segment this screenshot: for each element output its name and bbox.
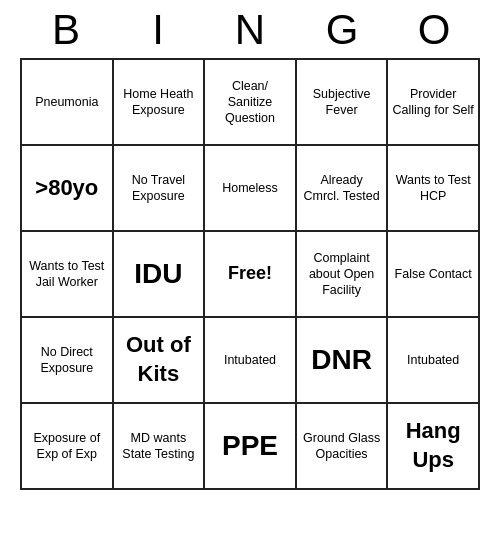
cell-r0-c4: Provider Calling for Self bbox=[388, 60, 480, 146]
cell-r3-c1: Out of Kits bbox=[114, 318, 206, 404]
cell-r4-c0: Exposure of Exp of Exp bbox=[22, 404, 114, 490]
cell-r3-c3: DNR bbox=[297, 318, 389, 404]
cell-r3-c2: Intubated bbox=[205, 318, 297, 404]
cell-r2-c1: IDU bbox=[114, 232, 206, 318]
cell-r1-c2: Homeless bbox=[205, 146, 297, 232]
bingo-header: BINGO bbox=[20, 0, 480, 58]
cell-r2-c2: Free! bbox=[205, 232, 297, 318]
cell-r1-c1: No Travel Exposure bbox=[114, 146, 206, 232]
header-letter-o: O bbox=[394, 6, 474, 54]
cell-r0-c0: Pneumonia bbox=[22, 60, 114, 146]
header-letter-g: G bbox=[302, 6, 382, 54]
cell-r2-c0: Wants to Test Jail Worker bbox=[22, 232, 114, 318]
bingo-row-3: No Direct ExposureOut of KitsIntubatedDN… bbox=[22, 318, 480, 404]
cell-r2-c3: Complaint about Open Facility bbox=[297, 232, 389, 318]
cell-r1-c3: Already Cmrcl. Tested bbox=[297, 146, 389, 232]
cell-r0-c3: Subjective Fever bbox=[297, 60, 389, 146]
cell-r1-c4: Wants to Test HCP bbox=[388, 146, 480, 232]
cell-r4-c1: MD wants State Testing bbox=[114, 404, 206, 490]
bingo-row-2: Wants to Test Jail WorkerIDUFree!Complai… bbox=[22, 232, 480, 318]
header-letter-b: B bbox=[26, 6, 106, 54]
cell-r1-c0: >80yo bbox=[22, 146, 114, 232]
cell-r0-c1: Home Heath Exposure bbox=[114, 60, 206, 146]
bingo-row-4: Exposure of Exp of ExpMD wants State Tes… bbox=[22, 404, 480, 490]
cell-r0-c2: Clean/ Sanitize Question bbox=[205, 60, 297, 146]
bingo-row-0: PneumoniaHome Heath ExposureClean/ Sanit… bbox=[22, 60, 480, 146]
header-letter-n: N bbox=[210, 6, 290, 54]
cell-r4-c3: Ground Glass Opacities bbox=[297, 404, 389, 490]
cell-r3-c0: No Direct Exposure bbox=[22, 318, 114, 404]
cell-r4-c2: PPE bbox=[205, 404, 297, 490]
bingo-row-1: >80yoNo Travel ExposureHomelessAlready C… bbox=[22, 146, 480, 232]
bingo-grid: PneumoniaHome Heath ExposureClean/ Sanit… bbox=[20, 58, 480, 490]
cell-r2-c4: False Contact bbox=[388, 232, 480, 318]
cell-r3-c4: Intubated bbox=[388, 318, 480, 404]
header-letter-i: I bbox=[118, 6, 198, 54]
cell-r4-c4: Hang Ups bbox=[388, 404, 480, 490]
